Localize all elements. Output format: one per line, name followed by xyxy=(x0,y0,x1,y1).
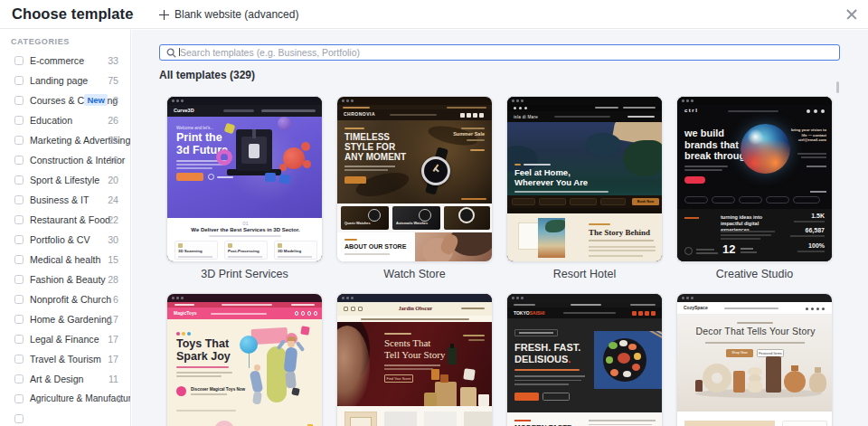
template-card-resort-hotel[interactable]: isla di Mare Feel at Home, Wherever You … xyxy=(506,96,663,280)
template-thumbnail[interactable]: CozySpace Decor That Tells Your Story Sh… xyxy=(676,293,833,426)
browser-chrome xyxy=(677,97,832,105)
checkbox[interactable] xyxy=(14,156,24,165)
template-card-perfume[interactable]: Jardin Obscur Scents That Tell Your Stor… xyxy=(336,293,493,426)
sidebar-item-legal-finance[interactable]: Legal & Finance17 xyxy=(0,329,131,349)
search-input[interactable] xyxy=(180,45,831,59)
template-card-decor[interactable]: CozySpace Decor That Tells Your Story Sh… xyxy=(676,293,833,426)
checkbox[interactable] xyxy=(14,136,24,145)
browser-chrome xyxy=(167,294,322,302)
bottom-section xyxy=(677,412,832,426)
about-section: ABOUT OUR STORE xyxy=(337,232,492,262)
torus-shape xyxy=(216,149,232,166)
checkbox[interactable] xyxy=(14,56,24,65)
checkbox[interactable] xyxy=(14,295,24,304)
navbar: TOKYOSAISHI xyxy=(507,308,662,318)
search-bar[interactable] xyxy=(159,44,840,61)
sidebar-item-nonprofit-church[interactable]: Nonprofit & Church6 xyxy=(0,289,131,309)
sushi-photo xyxy=(594,331,663,389)
template-thumbnail[interactable]: isla di Mare Feel at Home, Wherever You … xyxy=(506,96,663,262)
about-heading: ABOUT OUR STORE xyxy=(344,243,406,251)
window-dots-icon xyxy=(512,297,524,299)
sidebar-item-ecommerce[interactable]: E-commerce33 xyxy=(0,51,131,71)
sidebar-item-travel-tourism[interactable]: Travel & Tourism17 xyxy=(0,349,131,369)
checkbox[interactable] xyxy=(14,315,24,324)
template-card-sushi[interactable]: TOKYOSAISHI FRESH. FAST. DELISIOUS. xyxy=(506,293,663,426)
sidebar-item-portfolio-cv[interactable]: Portfolio & CV30 xyxy=(0,230,131,250)
sidebar-item-education[interactable]: Education26 xyxy=(0,110,131,130)
checkbox[interactable] xyxy=(14,175,24,185)
hero-headline: Decor That Tells Your Story xyxy=(677,327,832,337)
close-icon[interactable] xyxy=(844,6,860,23)
template-card-watch-store[interactable]: CHRONOVIA TIMELESS STYLE FOR ANY MOMENT xyxy=(336,96,493,280)
sidebar-item-marketing[interactable]: Marketing & Advertising25 xyxy=(0,130,131,150)
vase-round xyxy=(809,373,826,393)
blank-website-button[interactable]: Blank website (advanced) xyxy=(159,0,298,29)
sidebar-item-courses-coaching[interactable]: Courses & CoachingNew8 xyxy=(0,90,131,110)
checkbox[interactable] xyxy=(14,235,24,244)
perfume-bottle xyxy=(431,369,439,380)
new-badge: New xyxy=(84,94,108,106)
menu-bar xyxy=(337,316,492,322)
perfume-bottle xyxy=(448,347,457,364)
checkbox[interactable] xyxy=(14,414,24,423)
hero-section: FRESH. FAST. DELISIOUS. xyxy=(507,318,662,412)
palm-shape xyxy=(623,140,662,176)
hero-section: Feel at Home, Wherever You Are xyxy=(507,122,662,195)
navbar: CozySpace xyxy=(677,302,832,315)
hero-headline-1: we build xyxy=(684,128,724,138)
checkbox[interactable] xyxy=(14,394,24,403)
sidebar-item-fashion-beauty[interactable]: Fashion & Beauty28 xyxy=(0,270,131,289)
hero-section: TIMELESS STYLE FOR ANY MOMENT Summer Sal… xyxy=(337,120,492,204)
sidebar-item-restaurant-food[interactable]: Restaurant & Food22 xyxy=(0,210,131,230)
checkbox[interactable] xyxy=(14,195,24,204)
checkbox[interactable] xyxy=(14,374,24,383)
template-name: Creative Studio xyxy=(676,268,833,280)
checkbox[interactable] xyxy=(14,255,24,264)
template-thumbnail[interactable]: MagicToys Toys That Spark Joy xyxy=(166,293,323,426)
about-photo xyxy=(415,232,493,262)
checkbox[interactable] xyxy=(14,96,24,105)
scrollbar-thumb[interactable] xyxy=(836,81,839,93)
template-thumbnail[interactable]: Jardin Obscur Scents That Tell Your Stor… xyxy=(336,293,493,426)
categories-sidebar: CATEGORIES E-commerce33 Landing page75 C… xyxy=(0,30,131,426)
checkbox[interactable] xyxy=(14,116,24,125)
template-thumbnail[interactable]: Curve3D Welcome and let's... Print the 3… xyxy=(166,96,323,262)
sidebar-item-partial[interactable] xyxy=(0,409,131,426)
template-card-creative-studio[interactable]: ctrl we build brands that break through … xyxy=(676,96,833,280)
window-dots-icon xyxy=(682,99,693,102)
checkbox[interactable] xyxy=(14,335,24,344)
watch-icon xyxy=(368,209,381,222)
sidebar-item-business-it[interactable]: Business & IT24 xyxy=(0,190,131,210)
sidebar-item-construction[interactable]: Construction & Interior16 xyxy=(0,150,131,170)
sidebar-item-medical-health[interactable]: Medical & health15 xyxy=(0,250,131,270)
hero-section: Welcome and let's... Print the 3d Future… xyxy=(167,117,322,218)
template-card-3d-print[interactable]: Curve3D Welcome and let's... Print the 3… xyxy=(166,96,323,280)
checkbox[interactable] xyxy=(14,275,24,284)
story-section: The Story Behind xyxy=(507,213,662,262)
checkbox[interactable] xyxy=(14,76,24,85)
sidebar-item-agriculture[interactable]: Agriculture & Manufacturing9 xyxy=(0,389,131,409)
sidebar-item-landing-page[interactable]: Landing page75 xyxy=(0,71,131,90)
browser-chrome xyxy=(337,97,492,105)
cta-button xyxy=(344,176,366,184)
template-thumbnail[interactable]: CHRONOVIA TIMELESS STYLE FOR ANY MOMENT xyxy=(336,96,493,262)
sidebar-item-home-gardening[interactable]: Home & Gardening17 xyxy=(0,309,131,329)
template-thumbnail[interactable]: ctrl we build brands that break through … xyxy=(676,96,833,262)
story-heading: The Story Behind xyxy=(589,228,650,237)
checkbox[interactable] xyxy=(14,215,24,224)
choose-template-dialog: Choose template Blank website (advanced)… xyxy=(0,0,868,426)
sidebar-item-sport-lifestyle[interactable]: Sport & Lifestyle20 xyxy=(0,170,131,190)
hero-headline-3: ANY MOMENT xyxy=(344,152,406,162)
browser-chrome xyxy=(507,97,662,105)
sidebar-item-art-design[interactable]: Art & Design11 xyxy=(0,369,131,389)
years-value: 12 xyxy=(722,243,735,257)
service-icon xyxy=(178,243,183,248)
template-card-toys[interactable]: MagicToys Toys That Spark Joy xyxy=(166,293,323,426)
hero-section: Scents That Tell Your Story Find Your Sc… xyxy=(337,322,492,406)
service-icon xyxy=(278,243,282,248)
hero-section: we build brands that break through bring… xyxy=(677,117,832,209)
hero-section: Decor That Tells Your Story Shop Now Fea… xyxy=(677,315,832,412)
cta-button xyxy=(176,173,203,181)
checkbox[interactable] xyxy=(14,355,24,364)
template-thumbnail[interactable]: TOKYOSAISHI FRESH. FAST. DELISIOUS. xyxy=(506,293,663,426)
